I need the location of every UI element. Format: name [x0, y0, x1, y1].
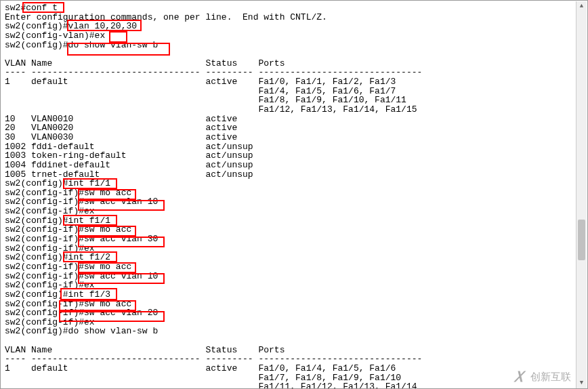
scrollbar-thumb[interactable] — [578, 220, 585, 260]
terminal-output: sw2#conf t Enter configuration commands,… — [5, 3, 583, 389]
watermark-text: 创新互联 — [530, 371, 571, 382]
scrollbar-down-arrow[interactable]: ▼ — [576, 378, 587, 389]
watermark: Ｘ 创新互联 — [511, 369, 571, 384]
scrollbar[interactable]: ▲ ▼ — [576, 1, 587, 389]
scrollbar-up-arrow[interactable]: ▲ — [576, 1, 587, 12]
watermark-logo-icon: Ｘ — [511, 369, 527, 384]
